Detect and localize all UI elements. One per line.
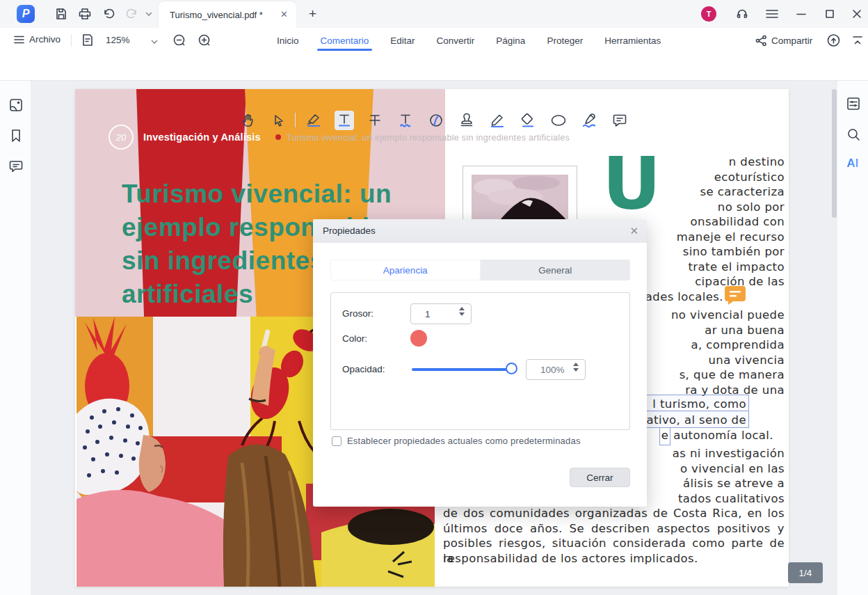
stamp-tool-icon[interactable] — [457, 111, 476, 130]
headset-icon[interactable] — [734, 6, 750, 22]
body-text-fragment: autonomía local. — [673, 429, 773, 442]
zoom-dropdown-caret-icon[interactable] — [146, 33, 163, 50]
zoom-out-icon[interactable] — [171, 32, 188, 49]
cerrar-button[interactable]: Cerrar — [570, 468, 630, 487]
body-text-line: trate el impacto — [689, 260, 785, 275]
tab-proteger[interactable]: Proteger — [545, 29, 584, 52]
redo-icon[interactable] — [124, 6, 140, 22]
ai-icon[interactable]: AI — [844, 154, 862, 173]
tab-apariencia[interactable]: Apariencia — [330, 260, 481, 280]
opacity-slider-thumb[interactable] — [506, 363, 517, 374]
search-icon[interactable] — [844, 125, 862, 143]
maximize-icon[interactable] — [821, 6, 838, 22]
ribbon-tabs: Inicio Comentario Editar Convertir Págin… — [275, 28, 662, 53]
body-text-line: una vivencia — [708, 353, 785, 368]
highlight-tool-icon[interactable] — [304, 111, 323, 130]
save-icon[interactable] — [53, 6, 70, 22]
document-tab[interactable]: Turismo_vivencial.pdf * ✕ — [159, 1, 296, 28]
page-number-circle-label: 20 — [116, 132, 126, 143]
divider — [295, 113, 296, 127]
color-swatch[interactable] — [410, 330, 427, 347]
stepper-up-icon[interactable] — [573, 363, 579, 366]
tab-herramientas[interactable]: Herramientas — [603, 29, 662, 52]
opacity-value: 100% — [540, 365, 565, 375]
shape-oval-tool-icon[interactable] — [549, 111, 568, 130]
body-text-line: responsabilidad de los actores implicado… — [443, 551, 698, 566]
body-text-line: as ni investigación — [673, 446, 785, 461]
bookmarks-icon[interactable] — [7, 127, 25, 145]
page-indicator-badge[interactable]: 1/4 — [788, 562, 823, 583]
pencil-tool-icon[interactable] — [488, 111, 507, 130]
tab-editar[interactable]: Editar — [389, 29, 416, 52]
stepper-down-icon[interactable] — [459, 312, 465, 316]
comment-tool-icon[interactable] — [610, 111, 629, 130]
body-text-line: maneje el recurso — [677, 230, 785, 245]
avatar-initial: T — [707, 10, 712, 18]
underline-tool-icon[interactable] — [335, 111, 354, 130]
stepper-up-icon[interactable] — [459, 307, 465, 310]
strikethrough-tool-icon[interactable] — [365, 111, 385, 130]
grosor-stepper[interactable]: 1 — [410, 303, 472, 324]
annotation-toolbar — [0, 53, 868, 81]
set-default-checkbox[interactable] — [332, 436, 341, 446]
zoom-level-value[interactable]: 125% — [106, 35, 130, 45]
underline-annotation-selection[interactable]: e — [659, 427, 671, 445]
hand-tool-icon[interactable] — [239, 111, 258, 130]
header-subtitle: Turismo vivencial: un ejemplo responsabl… — [287, 133, 570, 143]
body-text-line: ecoturístico — [714, 170, 785, 185]
tab-inicio[interactable]: Inicio — [275, 29, 300, 52]
avatar[interactable]: T — [701, 6, 716, 22]
close-tab-icon[interactable]: ✕ — [280, 9, 288, 19]
sticky-comment-icon[interactable] — [725, 285, 746, 305]
section-title: Investigación y Análisis — [143, 132, 261, 143]
thumbnails-icon[interactable] — [7, 96, 25, 114]
body-text-line: a, comprendida — [691, 338, 785, 353]
annotated-text-line: zativo, al seno de — [641, 413, 747, 428]
body-text-line: s, que de manera — [680, 367, 785, 383]
tab-pagina[interactable]: Página — [495, 29, 527, 52]
dialog-header[interactable]: Propiedades ✕ — [313, 219, 647, 243]
squiggly-tool-icon[interactable] — [396, 111, 415, 130]
body-text-line: últimos doce años. Se describen aspectos… — [443, 521, 785, 537]
hamburger-icon[interactable] — [764, 6, 780, 22]
new-tab-icon[interactable]: + — [309, 6, 316, 22]
dropdown-caret-icon[interactable] — [140, 6, 157, 22]
opacidad-label: Opacidad: — [342, 364, 385, 374]
stepper-down-icon[interactable] — [573, 368, 579, 372]
signature-tool-icon[interactable] — [579, 111, 599, 130]
properties-dialog: Propiedades ✕ Apariencia General Grosor:… — [313, 219, 647, 507]
vertical-scrollbar[interactable] — [832, 89, 837, 218]
set-default-checkbox-label: Establecer propiedades actuales como pre… — [347, 436, 581, 446]
select-tool-icon[interactable] — [269, 111, 289, 130]
share-icon[interactable] — [755, 35, 767, 47]
minimize-icon[interactable] — [793, 6, 810, 22]
print-icon[interactable] — [77, 6, 93, 22]
zoom-in-icon[interactable] — [196, 32, 213, 49]
grosor-label: Grosor: — [342, 308, 373, 319]
comments-icon[interactable] — [7, 157, 25, 175]
menu-bar: Archivo 125% Inicio Comentario Editar Co… — [0, 28, 868, 53]
body-text-line: sino también por — [683, 244, 785, 260]
undo-icon[interactable] — [100, 6, 117, 22]
app-logo[interactable]: P — [17, 5, 35, 23]
body-text-line: no solo por — [718, 200, 785, 215]
tab-comentario[interactable]: Comentario — [319, 29, 371, 52]
dialog-close-icon[interactable]: ✕ — [629, 225, 638, 237]
eraser-tool-icon[interactable] — [518, 111, 538, 130]
close-window-icon[interactable] — [849, 6, 865, 22]
collapse-toolbar-icon[interactable] — [852, 35, 863, 46]
archivo-menu[interactable]: Archivo — [14, 34, 61, 45]
body-text-line: tados cualitativos — [678, 491, 785, 507]
properties-panel-icon[interactable] — [844, 95, 862, 113]
page-view-icon[interactable] — [79, 32, 96, 49]
opacity-stepper[interactable]: 100% — [526, 359, 586, 380]
dropcap: U — [602, 156, 661, 212]
compartir-label[interactable]: Compartir — [771, 35, 812, 46]
area-highlight-tool-icon[interactable] — [426, 111, 446, 130]
opacity-slider-track[interactable] — [412, 368, 516, 371]
tab-general[interactable]: General — [481, 260, 631, 280]
tab-convertir[interactable]: Convertir — [435, 29, 476, 52]
share-area: Compartir — [755, 34, 863, 47]
color-label: Color: — [342, 333, 367, 344]
cloud-upload-icon[interactable] — [826, 34, 841, 47]
